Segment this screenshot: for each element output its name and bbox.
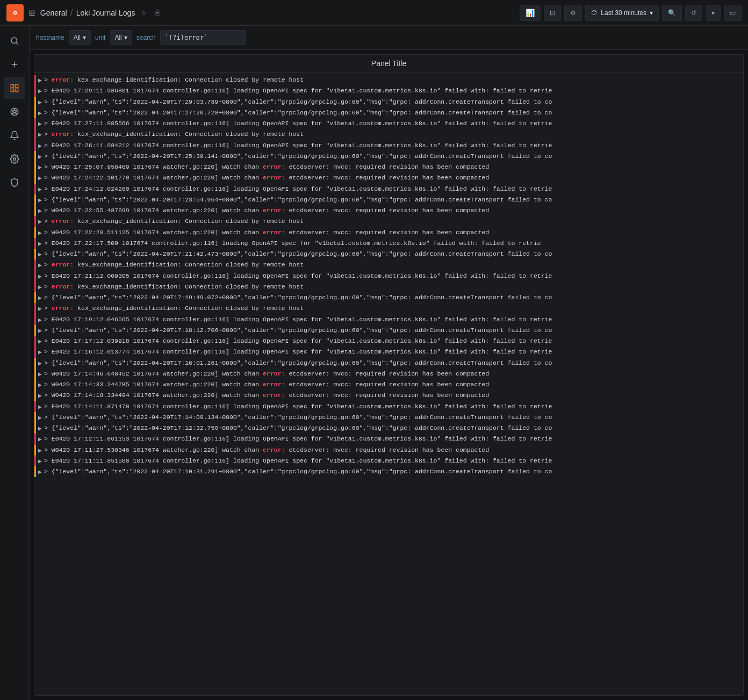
search-filter-label: search [136,34,156,41]
tv-mode-button[interactable]: ▭ [724,5,742,21]
log-row[interactable]: ▶> {"level":"warn","ts":"2022-04-20T17:2… [34,107,743,118]
log-row[interactable]: ▶> W0420 17:22:55.487699 1017674 watcher… [34,205,743,216]
log-row[interactable]: ▶> error: kex_exchange_identification: C… [34,282,743,292]
log-row[interactable]: ▶> {"level":"warn","ts":"2022-04-20T17:2… [34,249,743,259]
expand-icon[interactable]: ▶ [38,152,42,161]
expand-icon[interactable]: ▶ [38,370,42,379]
share-icon[interactable]: ⎘ [153,6,161,19]
log-row[interactable]: ▶> W0420 17:25:07.958469 1017674 watcher… [34,162,743,172]
grafana-logo[interactable] [6,4,24,21]
sidebar-item-explore[interactable] [4,101,25,122]
expand-icon[interactable]: ▶ [38,76,42,85]
sidebar-item-alerting[interactable] [4,125,25,146]
expand-icon[interactable]: ▶ [38,446,42,455]
sidebar-item-add[interactable] [4,54,25,75]
log-row[interactable]: ▶> W0420 17:14:18.334494 1017674 watcher… [34,390,743,401]
log-row[interactable]: ▶> error: kex_exchange_identification: C… [34,259,743,270]
log-row[interactable]: ▶> {"level":"warn","ts":"2022-04-20T17:2… [34,151,743,162]
expand-icon[interactable]: ▶ [38,467,42,477]
expand-icon[interactable]: ▶ [38,185,42,194]
breadcrumb-general[interactable]: General [40,9,67,17]
expand-icon[interactable]: ▶ [38,359,42,368]
expand-icon[interactable]: ▶ [38,413,42,422]
log-row[interactable]: ▶> error: kex_exchange_identification: C… [34,75,743,85]
sidebar-item-settings[interactable] [4,148,25,170]
log-row[interactable]: ▶> E0420 17:29:11.986801 1017674 control… [34,85,743,96]
log-row[interactable]: ▶> E0420 17:24:12.024260 1017674 control… [34,184,743,194]
hostname-select[interactable]: All ▾ [69,30,91,45]
expand-icon[interactable]: ▶ [38,380,42,389]
expand-icon[interactable]: ▶ [38,261,42,270]
expand-icon[interactable]: ▶ [38,337,42,346]
log-row[interactable]: ▶> E0420 17:19:12.046565 1017674 control… [34,314,743,325]
search-input[interactable] [160,30,246,45]
expand-icon[interactable]: ▶ [38,457,42,466]
breadcrumb-dashboard[interactable]: Loki Journal Logs [76,9,135,17]
expand-icon[interactable]: ▶ [38,98,42,107]
library-button[interactable]: ⊡ [544,5,561,21]
expand-icon[interactable]: ▶ [38,206,42,215]
expand-icon[interactable]: ▶ [38,424,42,433]
expand-icon[interactable]: ▶ [38,250,42,259]
log-row[interactable]: ▶> E0420 17:22:17.509 1017674 controller… [34,238,743,249]
expand-icon[interactable]: ▶ [38,348,42,357]
log-row[interactable]: ▶> W0420 17:11:27.530346 1017674 watcher… [34,445,743,456]
expand-icon[interactable]: ▶ [38,326,42,335]
log-row[interactable]: ▶> E0420 17:16:12.013774 1017674 control… [34,347,743,357]
log-row[interactable]: ▶> W0420 17:14:46.648452 1017674 watcher… [34,369,743,379]
log-row[interactable]: ▶> E0420 17:17:12.039918 1017674 control… [34,336,743,347]
log-row[interactable]: ▶> {"level":"warn","ts":"2022-04-20T17:2… [34,97,743,107]
log-row[interactable]: ▶> {"level":"warn","ts":"2022-04-20T17:1… [34,412,743,423]
log-row[interactable]: ▶> {"level":"warn","ts":"2022-04-20T17:1… [34,466,743,477]
log-row[interactable]: ▶> E0420 17:26:11.984212 1017674 control… [34,140,743,151]
expand-icon[interactable]: ▶ [38,283,42,292]
sidebar-item-shield[interactable] [4,172,25,193]
log-row[interactable]: ▶> {"level":"warn","ts":"2022-04-20T17:2… [34,194,743,205]
expand-icon[interactable]: ▶ [38,86,42,96]
settings-button[interactable]: ⚙ [564,5,582,21]
refresh-button[interactable]: ↺ [685,5,702,21]
expand-icon[interactable]: ▶ [38,141,42,150]
log-text: > E0420 17:14:11.871470 1017674 controll… [44,402,739,411]
log-row[interactable]: ▶> E0420 17:14:11.871470 1017674 control… [34,401,743,412]
expand-icon[interactable]: ▶ [38,272,42,281]
log-row[interactable]: ▶> error: kex_exchange_identification: C… [34,216,743,227]
expand-icon[interactable]: ▶ [38,402,42,412]
log-container[interactable]: ▶> error: kex_exchange_identification: C… [34,73,743,695]
expand-icon[interactable]: ▶ [38,163,42,172]
add-panel-button[interactable]: 📊 [520,5,541,21]
expand-icon[interactable]: ▶ [38,239,42,248]
expand-icon[interactable]: ▶ [38,119,42,128]
expand-icon[interactable]: ▶ [38,315,42,324]
expand-icon[interactable]: ▶ [38,109,42,118]
log-row[interactable]: ▶> error: kex_exchange_identification: C… [34,129,743,140]
log-row[interactable]: ▶> W0420 17:24:22.101770 1017674 watcher… [34,172,743,183]
log-row[interactable]: ▶> {"level":"warn","ts":"2022-04-20T17:1… [34,358,743,369]
log-row[interactable]: ▶> error: kex_exchange_identification: C… [34,303,743,314]
zoom-out-button[interactable]: 🔍 [662,5,682,21]
expand-icon[interactable]: ▶ [38,293,42,302]
refresh-options-button[interactable]: ▾ [706,5,721,21]
expand-icon[interactable]: ▶ [38,304,42,313]
sidebar-item-dashboards[interactable] [4,77,25,99]
log-row[interactable]: ▶> W0420 17:22:20.511125 1017674 watcher… [34,227,743,238]
expand-icon[interactable]: ▶ [38,217,42,226]
expand-icon[interactable]: ▶ [38,130,42,139]
log-row[interactable]: ▶> E0420 17:12:11.861153 1017674 control… [34,434,743,444]
expand-icon[interactable]: ▶ [38,174,42,183]
expand-icon[interactable]: ▶ [38,435,42,444]
log-row[interactable]: ▶> E0420 17:21:12.009305 1017674 control… [34,271,743,282]
log-row[interactable]: ▶> {"level":"warn","ts":"2022-04-20T17:1… [34,292,743,303]
unit-select[interactable]: All ▾ [110,30,132,45]
log-row[interactable]: ▶> E0420 17:11:11.851508 1017674 control… [34,456,743,466]
sidebar-item-search[interactable] [4,30,25,52]
log-row[interactable]: ▶> E0420 17:27:11.985566 1017674 control… [34,118,743,129]
log-row[interactable]: ▶> {"level":"warn","ts":"2022-04-20T17:1… [34,423,743,434]
log-row[interactable]: ▶> W0420 17:14:33.244785 1017674 watcher… [34,379,743,390]
log-row[interactable]: ▶> {"level":"warn","ts":"2022-04-20T17:1… [34,325,743,336]
expand-icon[interactable]: ▶ [38,228,42,237]
expand-icon[interactable]: ▶ [38,196,42,205]
time-picker-button[interactable]: ⏱ Last 30 minutes ▾ [585,5,659,21]
expand-icon[interactable]: ▶ [38,391,42,400]
star-icon[interactable]: ☆ [139,6,148,19]
